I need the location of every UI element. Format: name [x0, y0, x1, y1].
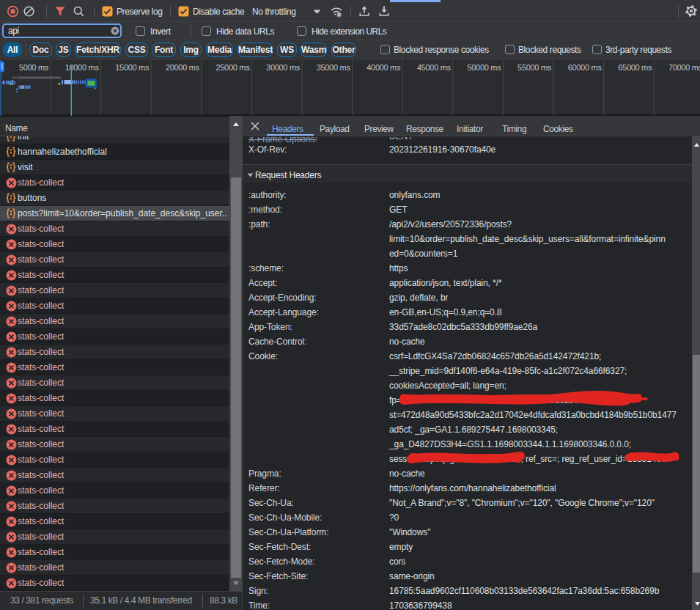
svg-text:65000 ms: 65000 ms: [618, 63, 652, 72]
svg-text:5000 ms: 5000 ms: [19, 63, 49, 72]
svg-text:30000 ms: 30000 ms: [266, 63, 301, 72]
svg-text:10000 ms: 10000 ms: [65, 63, 100, 72]
svg-text:45000 ms: 45000 ms: [417, 63, 452, 72]
svg-text:50000 ms: 50000 ms: [467, 63, 501, 72]
svg-text:25000 ms: 25000 ms: [215, 63, 250, 72]
svg-text:55000 ms: 55000 ms: [517, 63, 552, 72]
svg-text:20000 ms: 20000 ms: [166, 63, 200, 72]
svg-text:60000 ms: 60000 ms: [568, 63, 603, 72]
svg-text:35000 ms: 35000 ms: [317, 63, 351, 72]
svg-text:15000 ms: 15000 ms: [115, 63, 150, 72]
svg-text:40000 ms: 40000 ms: [366, 63, 401, 72]
svg-text:70000 ms: 70000 ms: [668, 63, 700, 72]
